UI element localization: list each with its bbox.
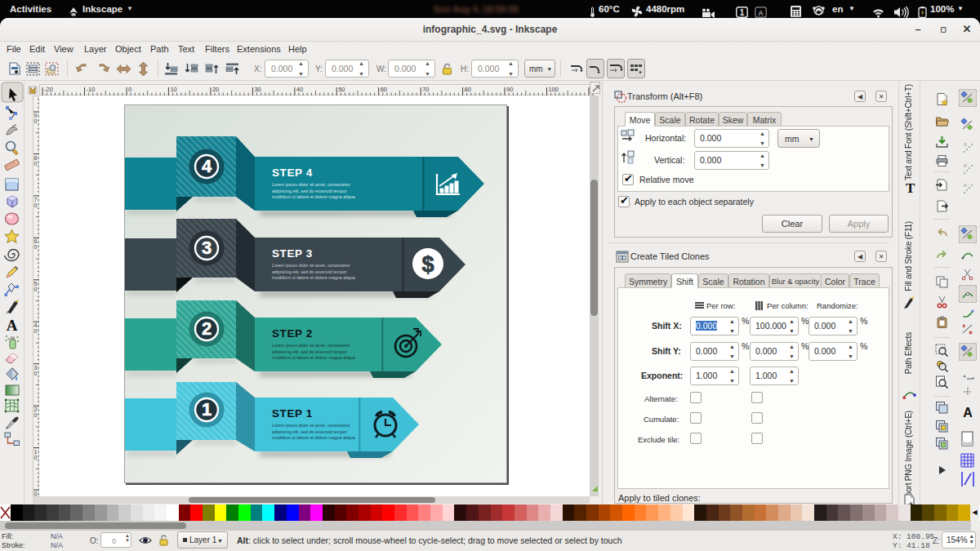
svg-text:20: 20	[212, 86, 219, 93]
svg-text:7: 7	[34, 197, 38, 202]
svg-text:1: 1	[34, 449, 38, 455]
svg-text:4: 4	[34, 322, 38, 328]
svg-text:0: 0	[34, 161, 38, 167]
svg-text:A: A	[7, 317, 18, 334]
svg-text:0: 0	[34, 328, 38, 334]
svg-text:0: 0	[34, 287, 38, 292]
svg-text:3: 3	[202, 238, 212, 258]
svg-text:STEP 2: STEP 2	[272, 327, 313, 340]
svg-text:40: 40	[296, 86, 303, 93]
svg-text:STEP 4: STEP 4	[272, 167, 313, 179]
svg-text:STEP 3: STEP 3	[272, 247, 313, 260]
svg-text:0: 0	[34, 244, 38, 250]
svg-text:0: 0	[34, 371, 38, 376]
svg-text:30: 30	[254, 86, 261, 93]
svg-text:80: 80	[465, 86, 471, 93]
svg-text:70: 70	[422, 86, 429, 93]
svg-text:T: T	[906, 181, 915, 196]
svg-text:A: A	[758, 9, 764, 17]
svg-text:adipiscing elit, sed do eiusmo: adipiscing elit, sed do eiusmod tempor	[272, 269, 347, 274]
svg-text:0: 0	[34, 412, 38, 418]
svg-text:Lorem ipsum dolor sit amet, co: Lorem ipsum dolor sit amet, consectetur	[272, 263, 350, 268]
svg-text:1: 1	[202, 399, 212, 420]
svg-text:Lorem ipsum dolor sit amet, co: Lorem ipsum dolor sit amet, consectetur	[272, 423, 350, 428]
svg-text:8: 8	[34, 155, 38, 161]
svg-text:50: 50	[338, 86, 345, 93]
svg-text:2: 2	[202, 318, 212, 339]
svg-text:adipiscing elit, sed do eiusmo: adipiscing elit, sed do eiusmod tempor	[272, 349, 347, 354]
svg-text:1: 1	[740, 8, 745, 17]
svg-text:$: $	[421, 252, 434, 277]
svg-text:-10: -10	[87, 86, 96, 93]
svg-text:4: 4	[202, 156, 212, 176]
svg-text:3: 3	[34, 365, 38, 371]
svg-text:5: 5	[34, 281, 38, 287]
svg-text:2: 2	[34, 407, 38, 412]
svg-text:adipiscing elit, sed do eiusmo: adipiscing elit, sed do eiusmod tempor	[272, 189, 347, 193]
svg-text:100: 100	[549, 86, 559, 93]
svg-text:incididunt ut labore et dolore: incididunt ut labore et dolore magna ali…	[272, 194, 356, 199]
svg-text:9: 9	[34, 113, 38, 118]
svg-text:Lorem ipsum dolor sit amet, co: Lorem ipsum dolor sit amet, consectetur	[272, 182, 350, 187]
svg-text:Lorem ipsum dolor sit amet, co: Lorem ipsum dolor sit amet, consectetur	[272, 343, 350, 348]
svg-text:10: 10	[170, 86, 176, 93]
svg-text:adipiscing elit, sed do eiusmo: adipiscing elit, sed do eiusmod tempor	[272, 429, 347, 434]
svg-text:incididunt ut labore et dolore: incididunt ut labore et dolore magna ali…	[272, 355, 356, 360]
svg-text:0: 0	[34, 202, 38, 208]
svg-text:STEP 1: STEP 1	[272, 407, 313, 420]
svg-text:90: 90	[506, 86, 513, 93]
svg-text:-20: -20	[44, 86, 53, 93]
svg-text:6: 6	[34, 238, 38, 244]
svg-text:60: 60	[381, 86, 387, 93]
svg-text:0: 0	[128, 86, 131, 93]
svg-text:incididunt ut labore et dolore: incididunt ut labore et dolore magna ali…	[272, 435, 356, 440]
svg-text:0: 0	[34, 455, 38, 460]
svg-text:A: A	[963, 406, 973, 420]
svg-text:incididunt ut labore et dolore: incididunt ut labore et dolore magna ali…	[272, 275, 356, 280]
svg-text:0: 0	[34, 118, 38, 124]
